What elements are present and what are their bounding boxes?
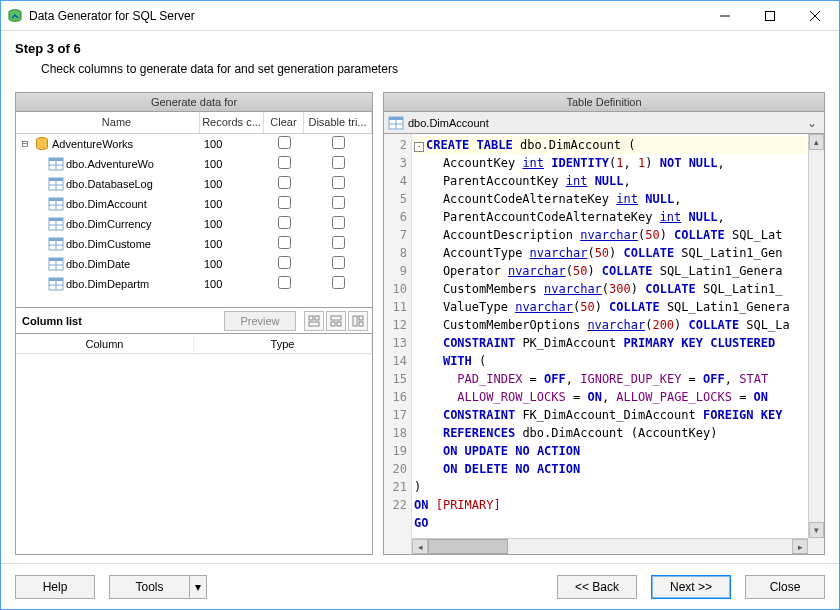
definition-object[interactable]: dbo.DimAccount	[408, 117, 804, 129]
svg-rect-34	[309, 316, 313, 320]
table-name: dbo.DimDepartm	[66, 278, 200, 290]
tree-item-row[interactable]: dbo.DatabaseLog100	[16, 174, 372, 194]
svg-rect-37	[331, 316, 341, 320]
clear-checkbox[interactable]	[278, 176, 291, 189]
disable-checkbox[interactable]	[332, 236, 345, 249]
next-button[interactable]: Next >>	[651, 575, 731, 599]
fold-icon[interactable]: -	[414, 142, 424, 152]
tools-button[interactable]: Tools	[109, 575, 189, 599]
records-cell[interactable]: 100	[200, 278, 264, 290]
scroll-down-icon[interactable]: ▾	[809, 522, 824, 538]
clear-checkbox[interactable]	[278, 256, 291, 269]
svg-rect-42	[359, 322, 363, 326]
back-button[interactable]: << Back	[557, 575, 637, 599]
collapse-icon[interactable]: ⊟	[16, 137, 34, 150]
svg-rect-35	[315, 316, 319, 320]
sql-editor[interactable]: 2345678910111213141516171819202122 -CREA…	[383, 134, 825, 555]
minimize-button[interactable]	[702, 1, 747, 31]
scroll-left-icon[interactable]: ◂	[412, 539, 428, 554]
root-records[interactable]: 100	[200, 138, 264, 150]
right-panel-title: Table Definition	[383, 92, 825, 112]
tree-item-row[interactable]: dbo.DimDepartm100	[16, 274, 372, 294]
records-cell[interactable]: 100	[200, 198, 264, 210]
records-cell[interactable]: 100	[200, 158, 264, 170]
definition-dropdown-icon[interactable]: ⌄	[804, 116, 820, 130]
clear-checkbox[interactable]	[278, 216, 291, 229]
scroll-right-icon[interactable]: ▸	[792, 539, 808, 554]
col-clear[interactable]: Clear	[264, 112, 304, 133]
table-icon	[48, 176, 64, 192]
step-description: Check columns to generate data for and s…	[15, 56, 825, 84]
root-disable-checkbox[interactable]	[332, 136, 345, 149]
vertical-scrollbar[interactable]: ▴ ▾	[808, 134, 824, 538]
app-icon	[7, 8, 23, 24]
col-disable[interactable]: Disable tri...	[304, 112, 372, 133]
clear-checkbox[interactable]	[278, 276, 291, 289]
clear-checkbox[interactable]	[278, 196, 291, 209]
col-records[interactable]: Records c...	[200, 112, 264, 133]
table-icon	[48, 236, 64, 252]
table-icon	[388, 115, 404, 131]
table-icon	[48, 216, 64, 232]
svg-rect-2	[765, 11, 774, 20]
table-name: dbo.DimDate	[66, 258, 200, 270]
col-type[interactable]: Type	[194, 334, 372, 353]
tree-item-row[interactable]: dbo.DimDate100	[16, 254, 372, 274]
grid-view-3-button[interactable]	[348, 311, 368, 331]
table-icon	[48, 256, 64, 272]
left-panel-title: Generate data for	[15, 92, 373, 112]
records-cell[interactable]: 100	[200, 218, 264, 230]
close-wizard-button[interactable]: Close	[745, 575, 825, 599]
col-column[interactable]: Column	[16, 334, 194, 353]
line-gutter: 2345678910111213141516171819202122	[384, 134, 412, 554]
table-definition-panel: Table Definition dbo.DimAccount ⌄ 234567…	[383, 92, 825, 555]
preview-button[interactable]: Preview	[224, 311, 296, 331]
disable-checkbox[interactable]	[332, 276, 345, 289]
svg-rect-36	[309, 322, 319, 326]
maximize-button[interactable]	[747, 1, 792, 31]
disable-checkbox[interactable]	[332, 176, 345, 189]
database-icon	[34, 136, 50, 152]
disable-checkbox[interactable]	[332, 196, 345, 209]
svg-rect-31	[49, 278, 63, 281]
help-button[interactable]: Help	[15, 575, 95, 599]
table-name: dbo.DatabaseLog	[66, 178, 200, 190]
svg-rect-11	[49, 178, 63, 181]
scroll-up-icon[interactable]: ▴	[809, 134, 824, 150]
records-cell[interactable]: 100	[200, 258, 264, 270]
records-cell[interactable]: 100	[200, 238, 264, 250]
tree-body[interactable]: ⊟ AdventureWorks 100 dbo.AdventureWo100d…	[16, 134, 372, 307]
svg-rect-38	[331, 322, 335, 326]
records-cell[interactable]: 100	[200, 178, 264, 190]
svg-rect-40	[353, 316, 357, 326]
hscroll-thumb[interactable]	[428, 539, 508, 554]
window-title: Data Generator for SQL Server	[29, 9, 702, 23]
bottom-bar: Help Tools ▾ << Back Next >> Close	[1, 563, 839, 609]
tree-root-row[interactable]: ⊟ AdventureWorks 100	[16, 134, 372, 154]
generate-data-panel: Generate data for Name Records c... Clea…	[15, 92, 373, 555]
tree-item-row[interactable]: dbo.DimCurrency100	[16, 214, 372, 234]
grid-view-1-button[interactable]	[304, 311, 324, 331]
grid-view-2-button[interactable]	[326, 311, 346, 331]
tools-dropdown-icon[interactable]: ▾	[189, 575, 207, 599]
tree-header: Name Records c... Clear Disable tri...	[16, 112, 372, 134]
disable-checkbox[interactable]	[332, 156, 345, 169]
clear-checkbox[interactable]	[278, 236, 291, 249]
tree-item-row[interactable]: dbo.AdventureWo100	[16, 154, 372, 174]
svg-rect-44	[389, 117, 403, 120]
disable-checkbox[interactable]	[332, 216, 345, 229]
horizontal-scrollbar[interactable]: ◂ ▸	[412, 538, 808, 554]
svg-rect-41	[359, 316, 363, 320]
tree-item-row[interactable]: dbo.DimCustome100	[16, 234, 372, 254]
close-button[interactable]	[792, 1, 837, 31]
tree-item-row[interactable]: dbo.DimAccount100	[16, 194, 372, 214]
column-list-bar: Column list Preview	[15, 308, 373, 334]
table-name: dbo.DimAccount	[66, 198, 200, 210]
root-clear-checkbox[interactable]	[278, 136, 291, 149]
sql-code[interactable]: -CREATE TABLE dbo.DimAccount ( AccountKe…	[412, 134, 824, 554]
svg-rect-15	[49, 198, 63, 201]
clear-checkbox[interactable]	[278, 156, 291, 169]
table-icon	[48, 196, 64, 212]
col-name[interactable]: Name	[34, 112, 200, 133]
disable-checkbox[interactable]	[332, 256, 345, 269]
